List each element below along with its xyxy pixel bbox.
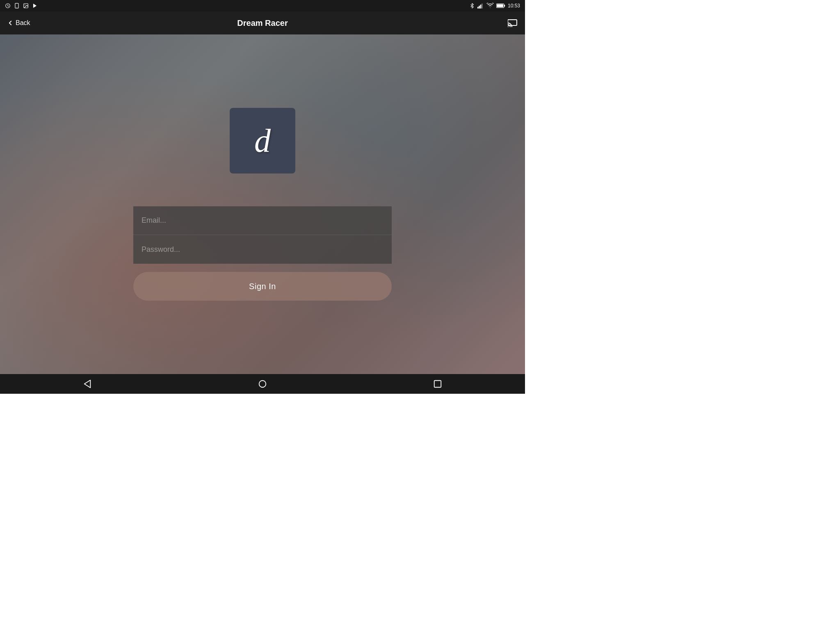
svg-marker-5 — [33, 4, 37, 8]
overview-square-icon — [433, 379, 442, 388]
email-input[interactable] — [133, 206, 392, 235]
nav-title: Dream Racer — [237, 18, 288, 28]
back-label: Back — [16, 19, 30, 27]
svg-rect-12 — [497, 4, 503, 7]
time-display: 10:53 — [508, 3, 520, 9]
svg-point-2 — [16, 7, 17, 7]
image-icon — [23, 3, 29, 9]
nav-bar: Back Dream Racer — [0, 11, 525, 34]
back-triangle-icon — [83, 379, 92, 388]
home-circle-icon — [258, 379, 267, 388]
sign-in-button[interactable]: Sign In — [133, 272, 392, 301]
password-input[interactable] — [133, 235, 392, 264]
play-icon — [32, 3, 38, 9]
svg-marker-15 — [84, 380, 91, 388]
home-nav-button[interactable] — [250, 376, 275, 392]
wifi-icon — [486, 3, 494, 9]
background — [0, 34, 525, 374]
svg-rect-11 — [504, 5, 505, 7]
alarm-icon — [5, 3, 11, 9]
bluetooth-icon — [469, 3, 475, 9]
bottom-nav — [0, 374, 525, 394]
form-container: Sign In — [133, 206, 392, 301]
main-content: d Sign In — [0, 34, 525, 374]
svg-rect-8 — [480, 5, 482, 8]
logo-container: d — [230, 108, 295, 173]
battery-icon — [496, 3, 505, 8]
phone-icon — [14, 3, 20, 9]
svg-rect-7 — [479, 6, 480, 9]
svg-point-14 — [508, 26, 509, 27]
svg-point-16 — [259, 381, 266, 388]
status-bar: 10:53 — [0, 0, 525, 11]
status-bar-left — [5, 3, 38, 9]
svg-rect-6 — [477, 7, 479, 9]
signal-icon — [477, 3, 484, 9]
status-bar-right: 10:53 — [469, 3, 520, 9]
svg-rect-17 — [434, 381, 441, 388]
back-chevron-icon — [7, 19, 14, 27]
cast-icon — [508, 18, 518, 27]
svg-rect-9 — [482, 4, 483, 9]
overview-nav-button[interactable] — [425, 376, 450, 392]
cast-button[interactable] — [508, 18, 518, 28]
back-button[interactable]: Back — [7, 19, 30, 27]
app-logo: d — [230, 108, 295, 173]
logo-letter: d — [254, 124, 271, 157]
svg-point-4 — [25, 5, 25, 5]
back-nav-button[interactable] — [75, 376, 100, 392]
